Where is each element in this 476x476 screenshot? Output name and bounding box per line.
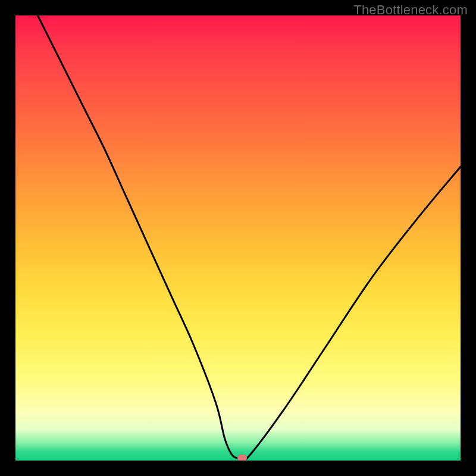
bottleneck-curve	[15, 15, 461, 461]
watermark-label: TheBottleneck.com	[353, 2, 468, 18]
chart-frame: TheBottleneck.com	[0, 0, 476, 476]
optimum-marker	[237, 455, 247, 461]
plot-area	[15, 15, 461, 461]
curve-path	[37, 15, 461, 461]
